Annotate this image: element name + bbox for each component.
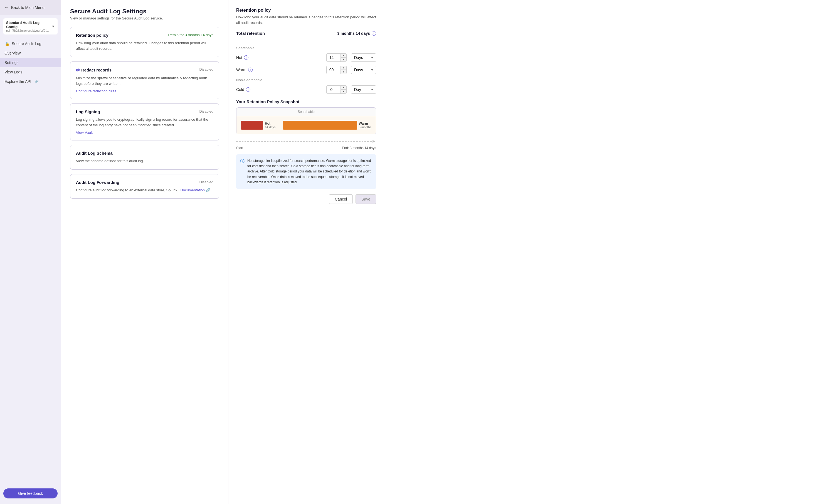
timeline-end-label: End: 3 months 14 days bbox=[342, 146, 376, 150]
snapshot-hot-label: Hot bbox=[265, 122, 270, 126]
warm-value-input[interactable] bbox=[327, 66, 341, 74]
snapshot-warm-labels: Warm 3 months bbox=[359, 122, 371, 129]
retention-policy-status: Retain for 3 months 14 days bbox=[168, 33, 213, 37]
cold-info-icon[interactable]: i bbox=[246, 87, 250, 92]
cold-value-input[interactable] bbox=[327, 86, 341, 93]
cold-increment-btn[interactable]: ▲ bbox=[341, 86, 346, 90]
config-selector[interactable]: Standard Audit Log Config pci_f7h252mzci… bbox=[3, 18, 58, 35]
page-title: Secure Audit Log Settings bbox=[70, 8, 219, 15]
sidebar-config-section: Standard Audit Log Config pci_f7h252mzci… bbox=[0, 15, 61, 38]
cancel-button[interactable]: Cancel bbox=[329, 194, 353, 204]
warm-unit-select[interactable]: Days Months Years bbox=[351, 66, 376, 74]
warm-increment-btn[interactable]: ▲ bbox=[341, 66, 346, 70]
log-signing-title: Log Signing bbox=[76, 109, 100, 114]
audit-log-schema-card[interactable]: Audit Log Schema View the schema defined… bbox=[70, 145, 219, 170]
info-circle-icon: ⓘ bbox=[240, 158, 244, 185]
timeline-start-label: Start bbox=[236, 146, 243, 150]
info-box: ⓘ Hot storage tier is optimized for sear… bbox=[236, 154, 376, 189]
audit-log-forwarding-card[interactable]: Audit Log Forwarding Disabled Configure … bbox=[70, 174, 219, 199]
total-retention-label: Total retention bbox=[236, 31, 265, 36]
view-vault-link[interactable]: View Vault bbox=[76, 130, 93, 135]
retention-policy-title: Retention policy bbox=[76, 33, 109, 38]
save-button[interactable]: Save bbox=[355, 194, 376, 204]
sidebar-item-view-logs-label: View Logs bbox=[4, 70, 22, 74]
sidebar-item-explore-api[interactable]: Explore the API 🔗 bbox=[0, 77, 61, 86]
cold-label: Cold i bbox=[236, 87, 253, 92]
searchable-label: Searchable bbox=[236, 46, 376, 50]
cold-unit-select[interactable]: Day Days Months Years bbox=[351, 85, 376, 94]
sidebar-item-view-logs[interactable]: View Logs bbox=[0, 67, 61, 77]
redact-records-status: Disabled bbox=[199, 67, 213, 71]
cold-number-input[interactable]: ▲ ▼ bbox=[326, 85, 347, 94]
log-signing-card[interactable]: Log Signing Disabled Log signing allows … bbox=[70, 104, 219, 140]
hot-decrement-btn[interactable]: ▼ bbox=[341, 58, 346, 62]
main-content: Secure Audit Log Settings View or manage… bbox=[61, 0, 834, 504]
audit-log-schema-desc: View the schema defined for this audit l… bbox=[76, 158, 213, 164]
back-to-main-menu-button[interactable]: ← Back to Main Menu bbox=[0, 0, 61, 15]
warm-spinner: ▲ ▼ bbox=[341, 66, 346, 74]
page-subtitle: View or manage settings for the Secure A… bbox=[70, 16, 219, 20]
total-retention-value: 3 months 14 days i bbox=[337, 31, 376, 36]
hot-unit-select[interactable]: Days Months Years bbox=[351, 53, 376, 62]
audit-log-forwarding-title: Audit Log Forwarding bbox=[76, 180, 119, 185]
timeline-labels: Start End: 3 months 14 days bbox=[236, 146, 376, 150]
redact-icon: ⇄ bbox=[76, 67, 80, 72]
non-searchable-label: Non-Searchable bbox=[236, 78, 376, 82]
hot-number-input[interactable]: ▲ ▼ bbox=[326, 53, 347, 62]
sidebar-item-overview[interactable]: Overview bbox=[0, 48, 61, 58]
panel-actions: Cancel Save bbox=[236, 194, 376, 204]
card-header: ⇄ Redact records Disabled bbox=[76, 67, 213, 72]
hot-spinner: ▲ ▼ bbox=[341, 54, 346, 62]
settings-panel: Secure Audit Log Settings View or manage… bbox=[61, 0, 228, 504]
warm-number-input[interactable]: ▲ ▼ bbox=[326, 66, 347, 74]
cold-spinner: ▲ ▼ bbox=[341, 86, 346, 93]
right-panel: Retention policy How long your audit dat… bbox=[228, 0, 384, 504]
snapshot-hot-days: 14 days bbox=[265, 126, 276, 129]
hot-label: Hot i bbox=[236, 56, 253, 60]
warm-info-icon[interactable]: i bbox=[248, 68, 253, 72]
config-title: Standard Audit Log Config bbox=[6, 21, 51, 29]
warm-field-row: Warm i ▲ ▼ Days Months Years bbox=[236, 66, 376, 74]
card-header: Retention policy Retain for 3 months 14 … bbox=[76, 33, 213, 38]
lock-icon: 🔒 bbox=[4, 41, 9, 46]
retention-policy-card[interactable]: Retention policy Retain for 3 months 14 … bbox=[70, 27, 219, 57]
snapshot-warm-months: 3 months bbox=[359, 126, 371, 129]
audit-log-forwarding-status: Disabled bbox=[199, 180, 213, 184]
hot-value-input[interactable] bbox=[327, 54, 341, 62]
sidebar-item-settings-label: Settings bbox=[4, 60, 19, 65]
sidebar-item-secure-audit-log-label: Secure Audit Log bbox=[12, 41, 41, 46]
right-panel-desc: How long your audit data should be retai… bbox=[236, 15, 376, 25]
snapshot-title: Your Retention Policy Snapshot bbox=[236, 99, 376, 104]
config-info: Standard Audit Log Config pci_f7h252mzci… bbox=[6, 21, 51, 32]
give-feedback-button[interactable]: Give feedback bbox=[3, 488, 58, 499]
redact-records-desc: Minimize the sprawl of sensitive or regu… bbox=[76, 75, 213, 86]
warm-label: Warm i bbox=[236, 68, 253, 72]
retention-policy-desc: How long your audit data should be retai… bbox=[76, 40, 213, 51]
warm-decrement-btn[interactable]: ▼ bbox=[341, 70, 346, 74]
timeline-dots bbox=[236, 141, 372, 141]
sidebar-item-explore-api-label: Explore the API bbox=[4, 79, 31, 84]
snapshot-warm-label: Warm bbox=[359, 122, 368, 126]
snapshot-hot-bar bbox=[241, 121, 263, 130]
back-button-label: Back to Main Menu bbox=[11, 5, 45, 10]
cold-decrement-btn[interactable]: ▼ bbox=[341, 90, 346, 93]
hot-increment-btn[interactable]: ▲ bbox=[341, 54, 346, 58]
back-arrow-icon: ← bbox=[4, 5, 9, 10]
card-header: Audit Log Schema bbox=[76, 151, 213, 155]
redact-records-title: ⇄ Redact records bbox=[76, 67, 112, 72]
redact-records-card[interactable]: ⇄ Redact records Disabled Minimize the s… bbox=[70, 62, 219, 99]
total-retention-row: Total retention 3 months 14 days i bbox=[236, 31, 376, 40]
hot-info-icon[interactable]: i bbox=[244, 56, 248, 60]
info-box-text: Hot storage tier is optimized for search… bbox=[247, 158, 372, 185]
timeline-arrow-icon: ► bbox=[372, 139, 376, 144]
cold-field-row: Cold i ▲ ▼ Day Days Months Years bbox=[236, 85, 376, 94]
log-signing-desc: Log signing allows you to cryptographica… bbox=[76, 117, 213, 128]
configure-redaction-rules-link[interactable]: Configure redaction rules bbox=[76, 89, 116, 93]
documentation-link[interactable]: Documentation 🔗 bbox=[180, 188, 210, 192]
sidebar-item-settings[interactable]: Settings bbox=[0, 58, 61, 67]
snapshot-body: Hot 14 days Warm 3 months bbox=[237, 116, 376, 134]
total-retention-info-icon[interactable]: i bbox=[372, 31, 376, 36]
sidebar-item-secure-audit-log[interactable]: 🔒 Secure Audit Log bbox=[0, 39, 61, 48]
config-subtitle: pci_f7h252mzciocbktyqq4zf2f... bbox=[6, 29, 51, 32]
card-header: Log Signing Disabled bbox=[76, 109, 213, 114]
